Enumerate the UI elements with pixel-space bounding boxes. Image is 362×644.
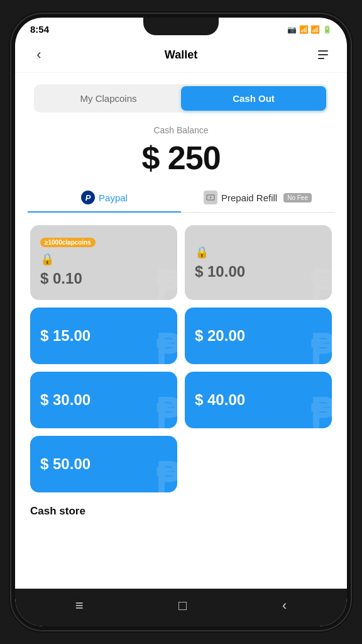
amount-card-2000[interactable]: $ 20.00 ₱	[185, 308, 332, 364]
back-icon: ‹	[36, 47, 41, 63]
watermark-4000: ₱	[310, 394, 332, 428]
phone-frame: 8:54 📷 📶 📶 🔋 ‹ Wallet	[11, 14, 351, 630]
watermark-5000: ₱	[155, 458, 177, 492]
cash-store-section: Cash store	[28, 492, 334, 524]
payment-tabs: P Paypal Prepaid Refill No Fee	[28, 183, 334, 213]
amount-card-1500[interactable]: $ 15.00 ₱	[30, 308, 177, 364]
prepaid-label: Prepaid Refill	[221, 192, 277, 203]
lock-icon-010: 🔒	[40, 252, 54, 266]
svg-rect-0	[318, 50, 328, 52]
list-icon	[315, 47, 331, 62]
amount-5000: $ 50.00	[40, 455, 90, 473]
nav-bar: ‹ Wallet	[15, 38, 347, 73]
status-icons: 📷 📶 📶 🔋	[287, 25, 332, 34]
svg-rect-2	[318, 58, 324, 59]
content-area: My Clapcoins Cash Out Cash Balance $ 250…	[15, 73, 347, 589]
bottom-back-icon[interactable]: ‹	[282, 597, 287, 614]
notch	[143, 18, 219, 35]
cash-store-title: Cash store	[30, 505, 85, 517]
page-title: Wallet	[165, 48, 197, 62]
balance-amount: $ 250	[28, 139, 334, 177]
amount-2000: $ 20.00	[195, 327, 245, 345]
back-button[interactable]: ‹	[28, 43, 50, 66]
watermark-3000: ₱	[155, 394, 177, 428]
amount-card-010[interactable]: ≥1000clapcoins 🔒 $ 0.10 ₱	[30, 225, 177, 300]
watermark-2000: ₱	[310, 330, 332, 364]
no-fee-badge: No Fee	[283, 193, 312, 203]
amount-010: $ 0.10	[40, 270, 82, 287]
amount-card-1000[interactable]: 🔒 $ 10.00 ₱	[185, 225, 332, 300]
signal-icon: 📶 📶	[299, 25, 320, 34]
amount-1500: $ 15.00	[40, 327, 90, 345]
svg-rect-1	[318, 54, 328, 55]
prepaid-tab[interactable]: Prepaid Refill No Fee	[181, 183, 334, 212]
paypal-tab[interactable]: P Paypal	[28, 183, 181, 212]
battery-icon: 🔋	[322, 25, 332, 34]
svg-point-4	[209, 197, 211, 199]
amount-1000: $ 10.00	[195, 263, 245, 280]
amount-card-4000[interactable]: $ 40.00 ₱	[185, 372, 332, 428]
watermark-1500: ₱	[155, 330, 177, 364]
balance-section: Cash Balance $ 250	[28, 113, 334, 183]
cash-out-tab[interactable]: Cash Out	[181, 86, 326, 111]
lock-icon-1000: 🔒	[195, 245, 209, 259]
amount-3000: $ 30.00	[40, 391, 90, 409]
amount-card-3000[interactable]: $ 30.00 ₱	[30, 372, 177, 428]
clapcoins-badge: ≥1000clapcoins	[40, 238, 96, 247]
status-time: 8:54	[30, 24, 49, 35]
paypal-label: Paypal	[99, 192, 128, 203]
bottom-home-icon[interactable]: □	[178, 597, 187, 614]
bottom-menu-icon[interactable]: ≡	[75, 597, 84, 614]
camera-icon: 📷	[287, 25, 297, 34]
amount-grid: ≥1000clapcoins 🔒 $ 0.10 ₱ 🔒 $ 10.00 ₱ $ …	[28, 225, 334, 492]
menu-button[interactable]	[312, 43, 334, 66]
amount-4000: $ 40.00	[195, 391, 245, 409]
paypal-icon: P	[81, 191, 95, 204]
balance-label: Cash Balance	[28, 125, 334, 135]
prepaid-icon	[204, 191, 217, 204]
phone-screen: 8:54 📷 📶 📶 🔋 ‹ Wallet	[15, 18, 347, 626]
bottom-nav: ≡ □ ‹	[15, 589, 347, 626]
my-clapcoins-tab[interactable]: My Clapcoins	[36, 86, 181, 111]
watermark-1000: ₱	[310, 265, 332, 300]
watermark-010: ₱	[155, 265, 177, 300]
amount-card-5000[interactable]: $ 50.00 ₱	[30, 436, 177, 492]
tab-switcher: My Clapcoins Cash Out	[34, 84, 328, 113]
